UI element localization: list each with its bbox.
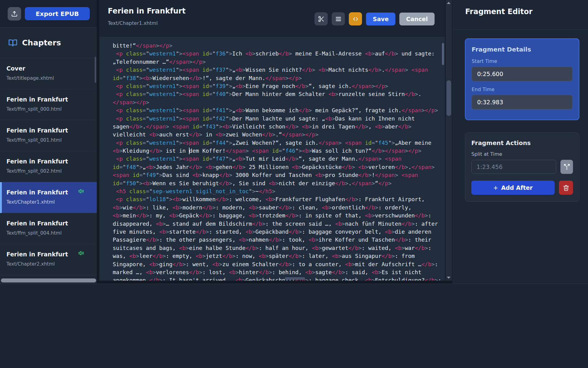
audio-icon — [78, 250, 85, 256]
code-line: <b>mein</b>: my, <b>Gepäck</b>: baggage,… — [113, 212, 440, 220]
code-line: id="f50"><b>Wenn es Sie beruhigt</b>, Si… — [113, 179, 440, 187]
editor-subtitle: Text/Chapter1.xhtml — [108, 20, 158, 26]
code-line: <p class="western1"><span id="f36">Ich <… — [113, 50, 440, 58]
upload-icon — [11, 10, 18, 17]
fragment-details-heading: Fragment Details — [472, 46, 573, 53]
code-line: id="f38"><b>Wiedersehen</b>!“, sagte der… — [113, 74, 440, 82]
chapter-item[interactable]: CoverText/titlepage.xhtml — [0, 58, 97, 89]
fragment-actions-heading: Fragment Actions — [471, 140, 573, 147]
save-button[interactable]: Save — [366, 13, 395, 25]
cancel-button[interactable]: Cancel — [399, 13, 435, 25]
code-line: disappeared, <b>… stand auf dem Bildschi… — [113, 220, 440, 228]
chapter-item[interactable]: Ferien in FrankfurtText/ffm_split_001.ht… — [0, 120, 97, 151]
fragment-actions-card: Fragment Actions Split at Time +Add Afte… — [465, 132, 579, 202]
code-line: <b>Kleidung</b> ist in dem Koffer!</span… — [113, 147, 440, 155]
upload-button[interactable] — [8, 7, 21, 21]
split-time-input[interactable] — [471, 160, 556, 174]
fragment-details-card: Fragment Details Start Time End Time — [465, 38, 579, 120]
code-line: <p class="western1"><span id="f39">„<b>E… — [113, 82, 440, 90]
delete-fragment-button[interactable] — [559, 181, 573, 195]
chapter-item[interactable]: Ferien in FrankfurtText/Chapter2.xhtml — [0, 244, 97, 275]
code-line: <b>wie</b>: like, <b>modern</b>: modern,… — [113, 204, 440, 212]
code-line: was, <b>leer</b>: empty, <b>jetzt</b>: n… — [113, 252, 440, 260]
editor-title: Ferien in Frankfurt — [108, 7, 186, 15]
code-icon — [352, 16, 359, 22]
chapter-item-path: Text/Chapter2.xhtml — [6, 261, 97, 267]
menu-button[interactable] — [332, 12, 345, 25]
chapter-item-title: Ferien in Frankfurt — [6, 127, 97, 134]
divider — [453, 29, 588, 30]
cut-button[interactable] — [315, 12, 328, 25]
chapter-item-path: Text/ffm_split_000.html — [6, 106, 97, 112]
code-line: angekommen.</b>: It hasn't arrived., <b>… — [113, 276, 440, 281]
code-hscrollbar-thumb[interactable] — [285, 277, 305, 280]
chapter-item[interactable]: Ferien in FrankfurtText/ffm_split_000.ht… — [0, 89, 97, 120]
trash-icon — [563, 185, 569, 191]
menu-icon — [335, 16, 342, 22]
plus-icon: + — [493, 184, 498, 191]
fragment-editor-panel: Fragment Editor Fragment Details Start T… — [453, 0, 588, 284]
code-line: sagen</b>.</span> <span id="f43"><b>Viel… — [113, 123, 440, 131]
page-scrollbar-thumb[interactable] — [447, 80, 451, 116]
code-line: „Telefonnummer …“</span></p> — [113, 58, 440, 66]
code-line: five minutes, <b>startete</b>: started, … — [113, 228, 440, 236]
book-open-icon — [8, 38, 17, 48]
chapter-item-title: Cover — [6, 65, 97, 72]
chapter-item-path: Text/ffm_split_002.html — [6, 168, 97, 174]
chapter-item[interactable]: Ferien in FrankfurtText/ffm_split_004.ht… — [0, 213, 97, 244]
split-icon — [564, 163, 570, 170]
scroll-up-arrow[interactable] — [447, 2, 450, 4]
chapter-item[interactable]: Ferien in FrankfurtText/ffm_split_002.ht… — [0, 151, 97, 182]
editor-header: Ferien in Frankfurt Text/Chapter1.xhtml — [99, 0, 445, 37]
sidebar-bottom-scrollbar[interactable] — [1, 278, 96, 282]
chapters-title: Chapters — [22, 38, 61, 47]
chapter-list: CoverText/titlepage.xhtmlFerien in Frank… — [0, 58, 97, 276]
chapters-header: Chapters — [0, 28, 97, 58]
sidebar-scrollbar-thumb[interactable] — [95, 57, 96, 83]
code-line: <span id="f49">Das sind <b>knapp</b> 300… — [113, 171, 440, 179]
export-epub-button[interactable]: Export EPUB — [25, 7, 90, 20]
chapter-item-title: Ferien in Frankfurt — [6, 220, 97, 227]
end-time-label: End Time — [472, 86, 573, 92]
code-lines: bitte!“</span></p> <p class="western1"><… — [113, 42, 440, 281]
fragment-editor-title: Fragment Editor — [465, 7, 533, 16]
end-time-input[interactable] — [472, 95, 573, 109]
scroll-down-arrow[interactable] — [447, 277, 450, 279]
chapter-item-path: Text/ffm_split_004.html — [6, 230, 97, 236]
split-at-time-label: Split at Time — [471, 151, 573, 157]
code-line: <p class="western1"><span id="f44">„Zwei… — [113, 139, 440, 147]
code-line: bitte!“</span></p> — [113, 42, 440, 50]
sidebar: Export EPUB Chapters CoverText/titlepage… — [0, 0, 97, 284]
chapter-item[interactable]: Ferien in FrankfurtText/Chapter1.xhtml — [0, 182, 97, 213]
page-scrollbar[interactable] — [446, 0, 452, 281]
code-line: suitcases and bags, <b>eine halbe Stunde… — [113, 244, 440, 252]
start-time-input[interactable] — [472, 67, 573, 81]
sidebar-header: Export EPUB — [0, 0, 97, 28]
code-line: id="f48">„<b>Jedes Jahr</b> <b>gehen</b>… — [113, 163, 440, 171]
scissors-icon — [318, 16, 325, 22]
code-scrollbar-thumb[interactable] — [442, 43, 444, 65]
chapter-item-path: Text/titlepage.xhtml — [6, 75, 97, 81]
chapter-item-title: Ferien in Frankfurt — [6, 96, 97, 103]
chapter-item-path: Text/Chapter1.xhtml — [6, 199, 97, 205]
chapter-item-title: Ferien in Frankfurt — [6, 158, 97, 165]
add-after-button[interactable]: +Add After — [471, 181, 555, 195]
split-button[interactable] — [560, 160, 573, 174]
code-line: </span></p> — [113, 98, 440, 106]
chapter-item-path: Text/ffm_split_001.html — [6, 137, 97, 143]
code-line: Singapore, <b>ging</b>: went, <b>zu eine… — [113, 260, 440, 268]
text-cursor — [189, 148, 190, 154]
code-line: Passagiere</b>: the other passengers, <b… — [113, 236, 440, 244]
code-editor[interactable]: bitte!“</span></p> <p class="western1"><… — [99, 37, 445, 281]
code-line: <p class="western1"><span id="f47">„<b>T… — [113, 155, 440, 163]
code-line: <p class="western1"><span id="f41">„<b>W… — [113, 106, 440, 114]
code-line: <p class="western1"><span id="f40">Der M… — [113, 90, 440, 98]
code-line: vielleicht <b>auch erst</b> in <b>zwei W… — [113, 131, 440, 139]
audio-icon — [78, 188, 85, 194]
code-view-button[interactable] — [349, 12, 362, 25]
code-line: <p class="western1"><span id="f37">„<b>W… — [113, 66, 440, 74]
code-line: <h5 class="sep-western1 sigil_not_in_toc… — [113, 187, 440, 195]
start-time-label: Start Time — [472, 58, 573, 64]
audio-waveform-panel: Audio Waveform — [0, 284, 588, 368]
code-line: <p class="lol18"><b>willkommen</b>: welc… — [113, 195, 440, 203]
